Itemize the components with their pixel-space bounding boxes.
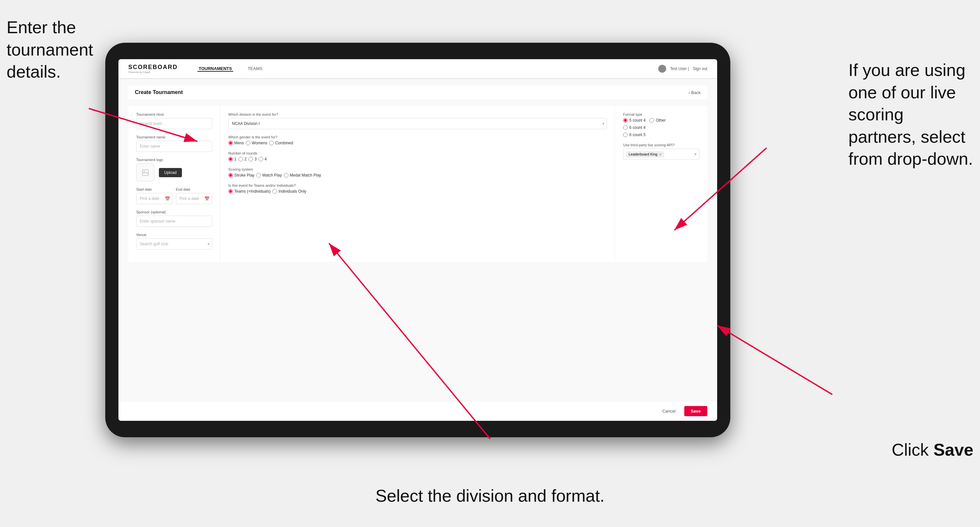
- format-5count4[interactable]: 5 count 4: [623, 118, 646, 123]
- teams-with-individuals-radio[interactable]: [228, 189, 233, 194]
- cancel-button[interactable]: Cancel: [657, 406, 681, 416]
- annotation-bottom-center: Select the division and format.: [375, 485, 605, 507]
- click-save-bold: Save: [934, 440, 974, 459]
- gender-radio-group: Mens Womens Combined: [228, 141, 607, 145]
- format-other-radio[interactable]: [649, 118, 654, 123]
- gender-label: Which gender is the event for?: [228, 135, 607, 139]
- sponsor-label: Sponsor (optional): [136, 210, 212, 214]
- rounds-1-label: 1: [234, 157, 237, 162]
- tournament-logo-group: Tournament logo Upload: [136, 158, 212, 181]
- back-link[interactable]: ‹ Back: [689, 90, 701, 95]
- venue-input[interactable]: [136, 238, 212, 249]
- api-dropdown-icon: ▾: [694, 152, 697, 157]
- nav-tournaments[interactable]: TOURNAMENTS: [197, 66, 233, 71]
- annotation-top-right: If you are using one of our live scoring…: [848, 59, 974, 170]
- start-date-field: Start date 📅: [136, 187, 173, 204]
- form-grid: Tournament Host Tournament name Tourname…: [128, 106, 707, 262]
- page-title: Create Tournament: [135, 89, 183, 95]
- division-wrapper: NCAA Division I ▾: [228, 118, 607, 129]
- format-6count4-radio[interactable]: [623, 125, 628, 130]
- annotation-top-left: Enter the tournament details.: [6, 16, 112, 83]
- format-other-label: Other: [655, 118, 665, 123]
- gender-womens[interactable]: Womens: [246, 141, 267, 145]
- venue-wrapper: ▾: [136, 238, 212, 249]
- app-header: SCOREBOARD Powered by Clippit TOURNAMENT…: [118, 59, 717, 79]
- gender-mens[interactable]: Mens: [228, 141, 244, 145]
- rounds-3-radio[interactable]: [248, 157, 253, 162]
- gender-womens-radio[interactable]: [246, 141, 250, 145]
- format-other[interactable]: Other: [649, 118, 665, 123]
- form-col-middle: Which division is the event for? NCAA Di…: [220, 106, 615, 262]
- header-right: Test User | Sign out: [658, 65, 707, 73]
- end-date-wrapper: 📅: [176, 193, 213, 204]
- gender-combined[interactable]: Combined: [269, 141, 293, 145]
- division-select[interactable]: NCAA Division I: [228, 118, 607, 129]
- end-date-field: End date 📅: [176, 187, 213, 204]
- format-6count4[interactable]: 6 count 4: [623, 125, 646, 130]
- format-row-1: 5 count 4 Other: [623, 118, 699, 123]
- upload-button[interactable]: Upload: [159, 168, 182, 177]
- rounds-1-radio[interactable]: [228, 157, 233, 162]
- scoring-group: Scoring system Stroke Play Match Play: [228, 167, 607, 178]
- annotation-bottom-right: Click Save: [891, 439, 974, 461]
- search-team-input[interactable]: [136, 118, 212, 129]
- format-type-label: Format type: [623, 113, 699, 116]
- gender-mens-radio[interactable]: [228, 141, 233, 145]
- rounds-1[interactable]: 1: [228, 157, 237, 162]
- gender-mens-label: Mens: [234, 141, 244, 145]
- format-6count5[interactable]: 6 count 5: [623, 132, 646, 137]
- tournament-logo-label: Tournament logo: [136, 158, 212, 162]
- scoring-radio-group: Stroke Play Match Play Medal Match Play: [228, 173, 607, 178]
- rounds-3-label: 3: [254, 157, 256, 162]
- tournament-name-label: Tournament name: [136, 135, 212, 139]
- division-label: Which division is the event for?: [228, 113, 607, 116]
- sponsor-input[interactable]: [136, 216, 212, 227]
- api-input-wrapper[interactable]: Leaderboard King × ▾: [623, 149, 699, 160]
- gender-combined-radio[interactable]: [269, 141, 274, 145]
- gender-womens-label: Womens: [252, 141, 267, 145]
- start-date-wrapper: 📅: [136, 193, 173, 204]
- individuals-only-radio[interactable]: [272, 189, 277, 194]
- scoring-medal[interactable]: Medal Match Play: [284, 173, 321, 178]
- rounds-2-radio[interactable]: [239, 157, 243, 162]
- scoring-stroke[interactable]: Stroke Play: [228, 173, 254, 178]
- page-title-bar: Create Tournament ‹ Back: [128, 86, 707, 99]
- main-content: Create Tournament ‹ Back Tournament Host…: [118, 79, 717, 401]
- scoring-medal-radio[interactable]: [284, 173, 288, 178]
- form-col-left: Tournament Host Tournament name Tourname…: [128, 106, 220, 262]
- form-col-right: Format type 5 count 4 Other: [615, 106, 707, 262]
- nav-teams[interactable]: TEAMS: [247, 66, 264, 71]
- scoring-match-radio[interactable]: [256, 173, 261, 178]
- rounds-2[interactable]: 2: [239, 157, 247, 162]
- teams-with-individuals-label: Teams (+Individuals): [234, 189, 270, 194]
- user-label: Test User |: [670, 67, 689, 71]
- tournament-host-label: Tournament Host: [136, 113, 212, 116]
- format-type-options: 5 count 4 Other: [623, 118, 699, 137]
- format-6count4-label: 6 count 4: [629, 125, 646, 130]
- scoring-stroke-radio[interactable]: [228, 173, 233, 178]
- api-value: Leaderboard King: [628, 152, 657, 156]
- api-tag-close-icon[interactable]: ×: [659, 152, 662, 157]
- rounds-3[interactable]: 3: [248, 157, 256, 162]
- logo-upload-area: Upload: [136, 163, 212, 181]
- image-icon: [142, 169, 150, 176]
- rounds-4[interactable]: 4: [259, 157, 267, 162]
- tournament-name-input[interactable]: [136, 141, 212, 152]
- format-6count5-radio[interactable]: [623, 132, 628, 137]
- format-5count4-radio[interactable]: [623, 118, 628, 123]
- logo-sub: Powered by Clippit: [128, 71, 178, 74]
- gender-group: Which gender is the event for? Mens Wome…: [228, 135, 607, 145]
- rounds-4-radio[interactable]: [259, 157, 263, 162]
- individuals-only[interactable]: Individuals Only: [272, 189, 306, 194]
- rounds-label: Number of rounds: [228, 151, 607, 155]
- save-button[interactable]: Save: [684, 406, 707, 416]
- logo-area: SCOREBOARD Powered by Clippit: [128, 64, 178, 74]
- avatar: [658, 65, 666, 73]
- sign-out-link[interactable]: Sign out: [693, 67, 707, 71]
- scoring-match[interactable]: Match Play: [256, 173, 282, 178]
- date-group: Start date 📅 End date: [136, 187, 212, 204]
- form-footer: Cancel Save: [118, 401, 717, 421]
- tournament-host-group: Tournament Host: [136, 113, 212, 129]
- api-group: Use third-party live scoring API? Leader…: [623, 143, 699, 160]
- teams-with-individuals[interactable]: Teams (+Individuals): [228, 189, 270, 194]
